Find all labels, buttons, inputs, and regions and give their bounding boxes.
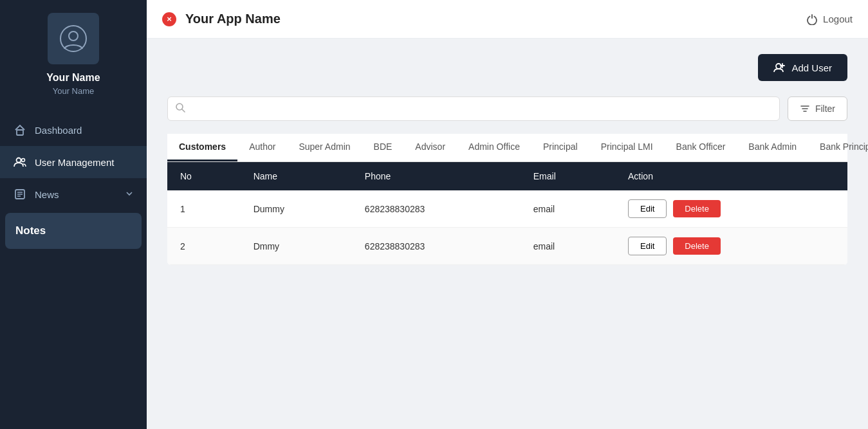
cell-action: Edit Delete xyxy=(615,190,847,228)
svg-point-1 xyxy=(69,32,78,41)
table-header-row: No Name Phone Email Action xyxy=(167,162,847,190)
svg-point-4 xyxy=(22,159,25,162)
filter-label: Filter xyxy=(815,104,835,114)
col-phone: Phone xyxy=(352,162,521,190)
tab-advisor[interactable]: Advisor xyxy=(403,134,457,161)
col-action: Action xyxy=(615,162,847,190)
tab-customers[interactable]: Customers xyxy=(167,134,237,161)
home-icon xyxy=(13,123,27,137)
tabs-row: Customers Author Super Admin BDE Advisor… xyxy=(167,134,847,162)
content-header: Add User xyxy=(167,54,847,81)
edit-button[interactable]: Edit xyxy=(628,199,667,218)
filter-icon xyxy=(800,104,810,114)
sidebar-item-dashboard[interactable]: Dashboard xyxy=(0,114,147,146)
cell-no: 2 xyxy=(167,228,241,265)
add-user-label: Add User xyxy=(791,62,832,73)
col-email: Email xyxy=(521,162,615,190)
cell-email: email xyxy=(521,228,615,265)
avatar xyxy=(48,13,99,64)
col-no: No xyxy=(167,162,241,190)
table-body: 1 Dummy 628238830283 email Edit Delete 2… xyxy=(167,190,847,265)
tab-super-admin[interactable]: Super Admin xyxy=(287,134,362,161)
content-area: Add User Filter xyxy=(147,39,868,429)
cell-phone: 628238830283 xyxy=(352,190,521,228)
app-header: × Your App Name Logout xyxy=(147,0,868,39)
svg-line-13 xyxy=(182,109,185,112)
add-user-button[interactable]: Add User xyxy=(758,54,847,81)
sidebar-subtitle: Your Name xyxy=(53,86,95,96)
sidebar-item-news[interactable]: News xyxy=(0,178,147,210)
tabs-table-container: Customers Author Super Admin BDE Advisor… xyxy=(167,134,847,265)
main-content: × Your App Name Logout Add User xyxy=(147,0,868,429)
data-table-wrapper: No Name Phone Email Action 1 Dummy 62823… xyxy=(167,162,847,265)
tab-bank-admin[interactable]: Bank Admin xyxy=(737,134,808,161)
tab-bank-principal[interactable]: Bank Principal xyxy=(808,134,868,161)
logout-label: Logout xyxy=(823,14,853,24)
cell-no: 1 xyxy=(167,190,241,228)
cell-phone: 628238830283 xyxy=(352,228,521,265)
search-filter-row: Filter xyxy=(167,96,847,121)
search-wrapper xyxy=(167,96,780,121)
cell-action: Edit Delete xyxy=(615,228,847,265)
sidebar-item-notes[interactable]: Notes xyxy=(5,213,142,249)
sidebar-item-label-dashboard: Dashboard xyxy=(35,125,134,136)
svg-point-3 xyxy=(17,158,21,163)
sidebar-item-label-user-management: User Management xyxy=(35,157,134,168)
search-icon xyxy=(175,102,185,115)
table-row: 2 Dmmy 628238830283 email Edit Delete xyxy=(167,228,847,265)
search-input[interactable] xyxy=(167,96,780,121)
edit-button[interactable]: Edit xyxy=(628,237,667,255)
sidebar-username: Your Name xyxy=(46,72,100,84)
sidebar-notes-label: Notes xyxy=(15,224,46,237)
tab-principal[interactable]: Principal xyxy=(531,134,589,161)
users-icon xyxy=(13,155,27,169)
svg-point-9 xyxy=(776,64,781,69)
svg-rect-2 xyxy=(17,130,23,135)
tab-bank-officer[interactable]: Bank Officer xyxy=(665,134,737,161)
add-user-icon xyxy=(773,62,785,73)
tab-principal-lmi[interactable]: Principal LMI xyxy=(589,134,665,161)
cell-name: Dmmy xyxy=(241,228,352,265)
news-icon xyxy=(13,187,27,201)
delete-button[interactable]: Delete xyxy=(673,237,721,255)
users-table: No Name Phone Email Action 1 Dummy 62823… xyxy=(167,162,847,265)
app-title: Your App Name xyxy=(185,12,797,26)
user-circle-icon xyxy=(59,24,88,53)
filter-button[interactable]: Filter xyxy=(788,96,847,121)
close-icon[interactable]: × xyxy=(162,12,176,26)
cell-email: email xyxy=(521,190,615,228)
sidebar-item-label-news: News xyxy=(35,189,117,200)
power-icon xyxy=(806,14,818,25)
tab-bde[interactable]: BDE xyxy=(362,134,404,161)
delete-button[interactable]: Delete xyxy=(673,200,721,217)
cell-name: Dummy xyxy=(241,190,352,228)
tab-author[interactable]: Author xyxy=(237,134,287,161)
col-name: Name xyxy=(241,162,352,190)
tab-admin-office[interactable]: Admin Office xyxy=(457,134,531,161)
chevron-down-icon xyxy=(125,189,134,200)
sidebar-item-user-management[interactable]: User Management xyxy=(0,146,147,178)
sidebar: Your Name Your Name Dashboard xyxy=(0,0,147,429)
table-row: 1 Dummy 628238830283 email Edit Delete xyxy=(167,190,847,228)
sidebar-nav: Dashboard User Management xyxy=(0,114,147,210)
logout-button[interactable]: Logout xyxy=(806,14,853,25)
